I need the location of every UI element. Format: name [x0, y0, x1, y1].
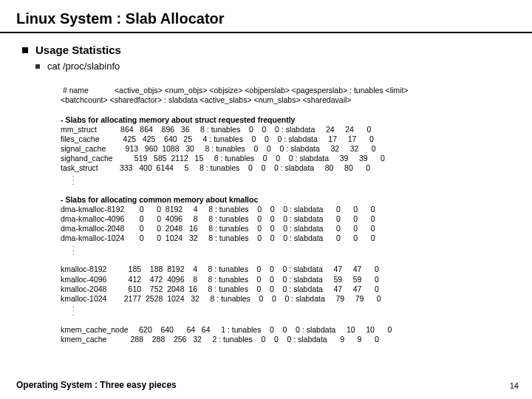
bullet-icon	[22, 47, 28, 53]
group3-rows: kmalloc-8192 185 188 8192 4 8 : tunables…	[61, 265, 381, 302]
bullet-icon	[35, 64, 40, 69]
header-line-2: <batchcount> <sharedfactor> : slabdata <…	[61, 95, 351, 104]
vertical-ellipsis-icon: ...	[61, 304, 517, 316]
group1-rows: mm_struct 864 864 896 36 8 : tunables 0 …	[61, 125, 385, 173]
group1-title: - Slabs for allocating memory about stru…	[61, 115, 295, 124]
slide-body: Usage Statistics cat /proc/slabinfo # na…	[0, 33, 532, 345]
header-line-1: # name <active_objs> <num_objs> <objsize…	[61, 86, 408, 95]
footer-text: Operating System : Three easy pieces	[16, 380, 177, 390]
command-text: cat /proc/slabinfo	[47, 61, 120, 72]
slabinfo-block: # name <active_objs> <num_objs> <objsize…	[22, 76, 517, 345]
vertical-ellipsis-icon: ...	[61, 243, 517, 255]
section-heading: Usage Statistics	[35, 44, 121, 56]
section-row: Usage Statistics	[22, 44, 517, 56]
group2-rows: dma-kmalloc-8192 0 0 8192 4 8 : tunables…	[61, 205, 375, 242]
slide-title: Linux System : Slab Allocator	[0, 0, 532, 32]
group4-rows: kmem_cache_node 620 640 64 64 1 : tunabl…	[61, 325, 392, 344]
group2-title: - Slabs for allocating common memory abo…	[61, 195, 258, 204]
page-number: 14	[510, 381, 519, 390]
command-row: cat /proc/slabinfo	[22, 61, 517, 72]
vertical-ellipsis-icon: ...	[61, 173, 517, 185]
